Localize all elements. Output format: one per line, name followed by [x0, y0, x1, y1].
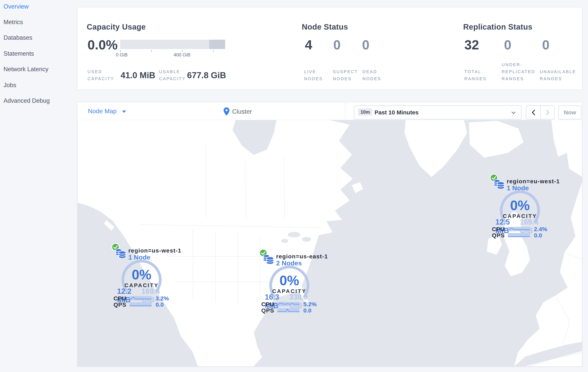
node-status-title: Node Status [302, 22, 348, 31]
total-ranges-label: TOTALRANGES [464, 68, 487, 82]
cpu-value: 3.2% [156, 295, 169, 301]
time-pager [526, 106, 555, 119]
capacity-axis-tick [120, 50, 121, 52]
under-replicated-ranges-count: 0 [504, 37, 511, 52]
unavailable-ranges-count: 0 [542, 37, 549, 52]
region-name: region=us-west-1 [128, 247, 181, 254]
used-capacity-value: 41.0 MiB [121, 70, 155, 81]
capacity-percent: 0% [97, 267, 186, 282]
sidebar: Overview Metrics Databases Statements Ne… [0, 0, 77, 372]
capacity-axis-tick [182, 50, 182, 52]
cpu-sparkline [508, 227, 530, 231]
capacity-percent: 0% [245, 273, 334, 288]
sidebar-item-jobs[interactable]: Jobs [3, 81, 16, 89]
view-mode-label: Node Map [88, 108, 117, 114]
unavailable-ranges-label: UNAVAILABLERANGES [540, 68, 576, 82]
view-mode-dropdown[interactable]: Node Map [88, 102, 126, 120]
usable-capacity-value: 677.8 GiB [187, 70, 226, 81]
sidebar-item-statements[interactable]: Statements [3, 49, 34, 58]
capacity-usage-title: Capacity Usage [87, 22, 146, 31]
cpu-sparkline [277, 302, 299, 306]
dead-nodes-count: 0 [362, 37, 369, 52]
qps-label: QPS [252, 307, 277, 313]
location-pin-icon [224, 107, 230, 116]
qps-sparkline [508, 233, 530, 237]
cpu-label: CPU [482, 225, 508, 232]
capacity-usage-percent: 0.0% [87, 37, 118, 52]
qps-sparkline [129, 302, 152, 307]
node-map-panel: Node Map Cluster 10m Past 10 Minutes [77, 102, 583, 367]
cluster-summary-card: Capacity Usage 0.0% 0 GiB 400 GiB USEDCA… [77, 7, 583, 90]
capacity-axis-tick [213, 50, 213, 52]
used-capacity-label: USEDCAPACITY [87, 68, 114, 82]
capacity-percent: 0% [475, 198, 565, 213]
qps-value: 0.0 [156, 301, 164, 308]
sidebar-item-network-latency[interactable]: Network Latency [3, 65, 48, 74]
cpu-value: 2.4% [534, 225, 547, 232]
region-marker-us-east-1: region=us-east-1 2 Nodes 0% CAPACITY 16.… [245, 249, 334, 327]
region-marker-us-west-1: region=us-west-1 1 Node 0% CAPACITY 12.2… [97, 243, 186, 321]
node-map: region=us-west-1 1 Node 0% CAPACITY 12.2… [77, 120, 582, 367]
sidebar-item-metrics[interactable]: Metrics [3, 18, 23, 26]
chevron-left-icon [531, 109, 535, 116]
time-range-dropdown[interactable]: 10m Past 10 Minutes [354, 106, 522, 119]
live-nodes-count: 4 [305, 37, 312, 52]
capacity-usage-bar-reserved-segment [209, 40, 225, 49]
qps-label: QPS [104, 301, 129, 308]
now-button[interactable]: Now [558, 106, 581, 119]
breadcrumb-cluster[interactable]: Cluster [224, 102, 252, 120]
region-name: region=us-east-1 [276, 253, 328, 260]
sidebar-item-overview[interactable]: Overview [3, 2, 29, 11]
capacity-axis-label-0: 0 GiB [110, 52, 133, 58]
suspect-nodes-count: 0 [333, 37, 341, 52]
usable-capacity-label: USABLECAPACITY [159, 68, 186, 82]
next-timeframe-button[interactable] [541, 106, 555, 119]
cpu-sparkline [129, 296, 152, 300]
replication-status-title: Replication Status [463, 22, 532, 31]
chevron-down-icon [122, 110, 126, 113]
dead-nodes-label: DEADNODES [362, 68, 381, 82]
breadcrumb-label: Cluster [232, 108, 252, 115]
qps-value: 0.0 [534, 232, 542, 238]
cpu-label: CPU [104, 295, 129, 301]
sidebar-item-databases[interactable]: Databases [3, 33, 32, 42]
chevron-down-icon [511, 111, 516, 114]
time-range-badge: 10m [358, 108, 372, 116]
toolbar-divider [345, 102, 345, 119]
capacity-axis-tick [151, 50, 152, 52]
region-marker-eu-west-1: region=eu-west-1 1 Node 0% CAPACITY 12.5… [475, 174, 565, 251]
sidebar-item-advanced-debug[interactable]: Advanced Debug [3, 96, 50, 105]
qps-sparkline [277, 308, 299, 312]
qps-label: QPS [482, 232, 508, 238]
cockroachdb-console: Overview Metrics Databases Statements Ne… [0, 0, 588, 372]
time-range-label: Past 10 Minutes [375, 106, 419, 119]
chevron-right-icon [546, 109, 550, 116]
under-replicated-ranges-label: UNDER-REPLICATEDRANGES [502, 61, 535, 82]
region-name: region=eu-west-1 [507, 178, 560, 184]
capacity-usage-bar [120, 40, 225, 49]
total-ranges-count: 32 [464, 37, 479, 52]
cpu-label: CPU [252, 301, 277, 307]
live-nodes-label: LIVENODES [304, 68, 323, 82]
suspect-nodes-label: SUSPECTNODES [333, 68, 358, 82]
qps-value: 0.0 [303, 307, 312, 313]
previous-timeframe-button[interactable] [526, 106, 540, 119]
capacity-axis-label-400: 400 GiB [170, 52, 194, 58]
cpu-value: 5.2% [303, 301, 316, 307]
map-toolbar: Node Map Cluster 10m Past 10 Minutes [77, 102, 582, 120]
